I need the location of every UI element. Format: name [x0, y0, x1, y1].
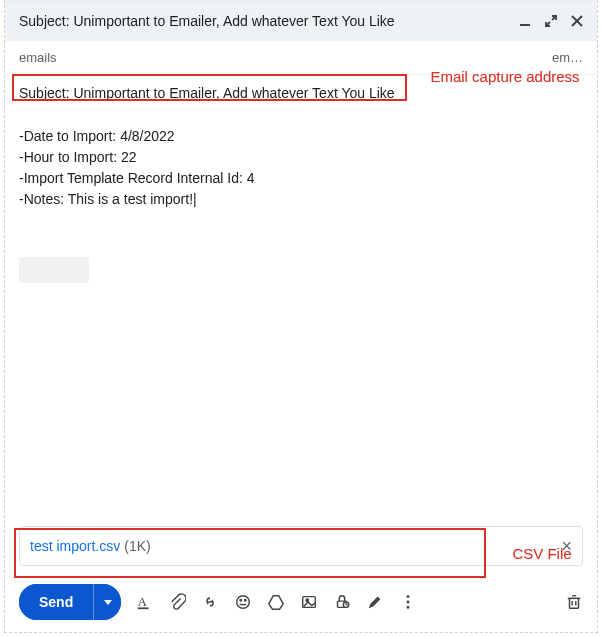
svg-point-18 — [407, 595, 410, 598]
formatting-tools: A — [135, 593, 417, 611]
compose-header: Subject: Unimportant to Emailer, Add wha… — [5, 1, 597, 41]
attachment-info: test import.csv (1K) — [30, 538, 151, 554]
message-body[interactable]: -Date to Import: 4/8/2022 -Hour to Impor… — [5, 109, 597, 526]
signature-placeholder — [19, 257, 89, 283]
drive-icon[interactable] — [267, 593, 285, 611]
formatting-icon[interactable]: A — [135, 593, 153, 611]
attachment-name[interactable]: test import.csv — [30, 538, 120, 554]
close-icon[interactable] — [571, 15, 583, 27]
image-icon[interactable] — [300, 593, 318, 611]
minimize-icon[interactable] — [519, 15, 531, 27]
link-icon[interactable] — [201, 593, 219, 611]
body-line: -Import Template Record Internal Id: 4 — [19, 169, 583, 188]
remove-attachment-icon[interactable]: × — [561, 537, 572, 555]
svg-marker-5 — [104, 600, 112, 605]
window-controls — [519, 15, 583, 27]
delete-icon[interactable] — [565, 593, 583, 611]
attachment-chip[interactable]: test import.csv (1K) × — [19, 526, 583, 566]
svg-point-9 — [240, 599, 241, 600]
svg-text:A: A — [138, 595, 147, 609]
send-button[interactable]: Send — [19, 584, 93, 620]
header-title: Subject: Unimportant to Emailer, Add wha… — [19, 13, 395, 29]
svg-point-10 — [245, 599, 246, 600]
confidential-icon[interactable] — [333, 593, 351, 611]
text-cursor — [193, 191, 197, 207]
body-line: -Hour to Import: 22 — [19, 148, 583, 167]
svg-point-13 — [306, 599, 308, 601]
more-icon[interactable] — [399, 593, 417, 611]
compose-window: Subject: Unimportant to Emailer, Add wha… — [4, 0, 598, 633]
emoji-icon[interactable] — [234, 593, 252, 611]
body-line: -Date to Import: 4/8/2022 — [19, 127, 583, 146]
compose-toolbar: Send A — [5, 576, 597, 632]
recipients-label: emails — [19, 50, 59, 65]
attachment-size: (1K) — [124, 538, 150, 554]
send-options-button[interactable] — [93, 584, 121, 620]
svg-point-19 — [407, 601, 410, 604]
svg-point-8 — [237, 596, 250, 609]
pen-icon[interactable] — [366, 593, 384, 611]
svg-point-20 — [407, 606, 410, 609]
svg-point-15 — [344, 602, 349, 607]
expand-icon[interactable] — [545, 15, 557, 27]
attach-icon[interactable] — [168, 593, 186, 611]
svg-rect-21 — [570, 598, 579, 608]
svg-marker-11 — [269, 596, 283, 610]
recipient-contact[interactable]: em… — [552, 50, 583, 65]
subject-line[interactable]: Subject: Unimportant to Emailer, Add wha… — [5, 75, 597, 109]
recipients-row[interactable]: emails em… — [5, 41, 597, 75]
send-button-group: Send — [19, 584, 121, 620]
body-line: -Notes: This is a test import! — [19, 190, 583, 209]
